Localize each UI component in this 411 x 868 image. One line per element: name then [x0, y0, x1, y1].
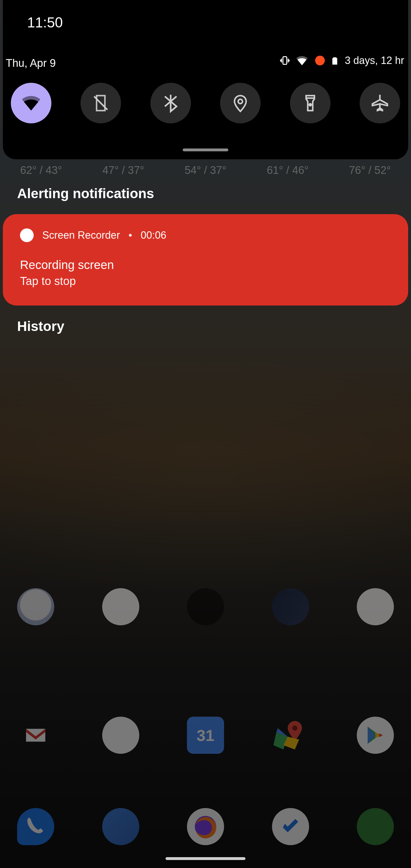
vibrate-icon: [279, 55, 290, 66]
svg-point-2: [309, 104, 311, 106]
home-row-3: [17, 808, 394, 845]
qs-tile-wifi[interactable]: [11, 83, 51, 123]
airplane-icon: [370, 93, 390, 113]
app-todo[interactable]: [272, 808, 309, 845]
notification-title: Recording screen: [20, 258, 391, 272]
notification-elapsed: 00:06: [141, 229, 166, 241]
status-date[interactable]: Thu, Apr 9: [6, 57, 56, 69]
app-burger[interactable]: [357, 808, 394, 845]
recording-dot-icon: [20, 228, 34, 242]
app-maps[interactable]: [272, 717, 309, 754]
gesture-nav-bar[interactable]: [165, 857, 246, 860]
notification-app-name: Screen Recorder: [42, 229, 120, 241]
qs-tile-bluetooth[interactable]: [150, 83, 191, 123]
home-row-1: [17, 588, 394, 625]
battery-icon: [330, 55, 340, 66]
app-tidal[interactable]: [187, 588, 224, 625]
battery-label: 3 days, 12 hr: [345, 55, 404, 66]
app-slack[interactable]: [102, 717, 139, 754]
notification-subtitle: Tap to stop: [20, 275, 391, 287]
quick-settings-panel[interactable]: 11:50 Thu, Apr 9 3 days, 12 hr: [3, 0, 408, 159]
qs-tile-location[interactable]: [220, 83, 261, 123]
recording-indicator-icon: [315, 56, 325, 65]
app-firefox[interactable]: [187, 808, 224, 845]
app-calendar[interactable]: 31: [187, 717, 224, 754]
app-phone[interactable]: [17, 808, 54, 845]
location-icon: [230, 93, 250, 113]
wifi-icon: [21, 93, 41, 113]
status-clock: 11:50: [27, 14, 63, 31]
qs-drag-handle[interactable]: [183, 149, 228, 151]
quick-settings-tiles: [11, 83, 400, 123]
notification-screen-recorder[interactable]: Screen Recorder • 00:06 Recording screen…: [3, 214, 408, 306]
status-icons-right: 3 days, 12 hr: [279, 54, 404, 67]
flashlight-icon: [300, 93, 320, 113]
qs-tile-no-sim[interactable]: [81, 83, 121, 123]
home-row-2: 31: [17, 717, 394, 754]
section-alerting-heading: Alerting notifications: [17, 186, 154, 201]
notification-header: Screen Recorder • 00:06: [20, 228, 391, 242]
qs-tile-flashlight[interactable]: [290, 83, 330, 123]
separator-dot-icon: •: [128, 229, 132, 241]
svg-rect-0: [283, 57, 287, 65]
app-clock[interactable]: [17, 588, 54, 625]
svg-point-1: [238, 99, 243, 104]
app-play-store[interactable]: [357, 717, 394, 754]
qs-tile-airplane[interactable]: [360, 83, 400, 123]
app-rocket[interactable]: [272, 588, 309, 625]
app-office[interactable]: [102, 588, 139, 625]
app-pocket[interactable]: [357, 588, 394, 625]
svg-point-3: [292, 725, 297, 731]
bluetooth-icon: [161, 93, 181, 113]
no-sim-icon: [91, 93, 111, 113]
section-history-heading[interactable]: History: [17, 318, 64, 334]
app-gmail[interactable]: [17, 717, 54, 754]
wifi-status-icon: [296, 54, 308, 67]
app-signal[interactable]: [102, 808, 139, 845]
